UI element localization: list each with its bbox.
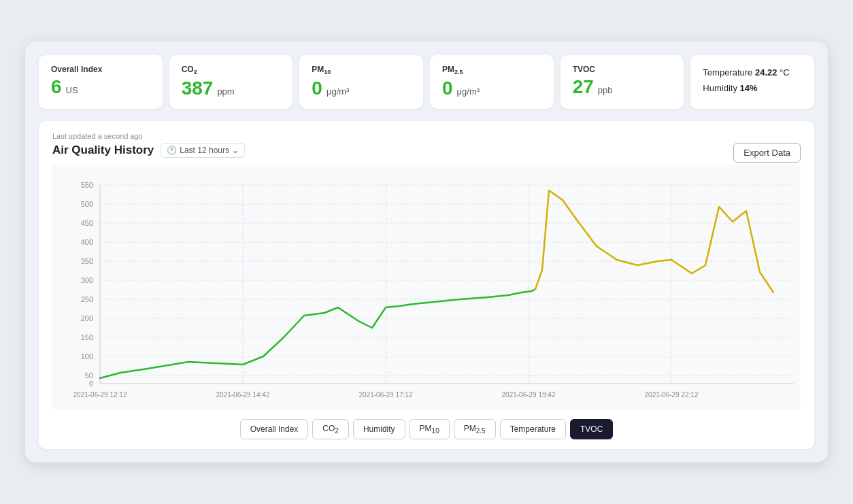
metric-value-tvoc: 27: [573, 77, 594, 98]
svg-text:2021-06-29 17:12: 2021-06-29 17:12: [359, 391, 413, 399]
metric-card-overall-index: Overall Index 6 US: [39, 55, 163, 109]
svg-text:0: 0: [89, 380, 93, 388]
time-range-select[interactable]: 🕐 Last 12 hours ⌄: [161, 143, 245, 158]
metric-card-pm25: PM2.5 0 μg/m³: [430, 55, 554, 109]
svg-text:300: 300: [81, 276, 93, 284]
svg-text:500: 500: [81, 200, 93, 208]
metric-unit-overall-index: US: [66, 85, 78, 95]
svg-text:400: 400: [81, 238, 93, 246]
svg-text:450: 450: [81, 219, 93, 227]
chart-title-row: Air Quality History 🕐 Last 12 hours ⌄: [52, 143, 245, 158]
svg-rect-0: [52, 165, 801, 409]
svg-text:200: 200: [81, 314, 93, 322]
metric-label-pm10: PM10: [312, 65, 411, 75]
temp-unit: °C: [777, 67, 790, 78]
svg-text:250: 250: [81, 295, 93, 303]
metric-label-pm25: PM2.5: [442, 65, 541, 75]
filter-btn-overall-index[interactable]: Overall Index: [240, 419, 309, 439]
export-button[interactable]: Export Data: [733, 143, 801, 163]
chart-header: Air Quality History 🕐 Last 12 hours ⌄ Ex…: [52, 143, 801, 163]
metric-unit-pm25: μg/m³: [457, 86, 480, 97]
metric-value-pm10: 0: [312, 78, 322, 99]
svg-text:50: 50: [85, 371, 93, 380]
metric-unit-tvoc: ppb: [598, 85, 613, 95]
filter-btn-pm10[interactable]: PM10: [409, 419, 450, 439]
clock-icon: 🕐: [167, 146, 177, 155]
svg-text:2021-06-29 14:42: 2021-06-29 14:42: [216, 391, 270, 399]
svg-text:150: 150: [81, 333, 93, 341]
filter-btn-pm25[interactable]: PM2.5: [454, 419, 496, 439]
metric-value-overall-index: 6: [51, 77, 62, 98]
humidity-label: Humidity: [703, 83, 739, 93]
metric-card-tvoc: TVOC 27 ppb: [561, 55, 684, 109]
time-range-label: Last 12 hours: [180, 146, 229, 155]
metrics-row: Overall Index 6 US CO2 387 ppm PM10 0 μg…: [39, 55, 814, 109]
metric-value-co2: 387: [182, 78, 214, 99]
temp-label: Temperature: [703, 67, 755, 78]
metric-unit-pm10: μg/m³: [327, 86, 350, 97]
metric-unit-co2: ppm: [217, 86, 234, 97]
svg-text:350: 350: [81, 257, 93, 265]
filter-btn-humidity[interactable]: Humidity: [353, 419, 405, 439]
metric-card-pm10: PM10 0 μg/m³: [299, 55, 423, 109]
humidity-value: 14%: [740, 83, 758, 93]
metric-label-co2: CO2: [182, 65, 281, 75]
temp-value: 24.22: [755, 67, 777, 78]
svg-text:100: 100: [81, 352, 93, 360]
metric-label-tvoc: TVOC: [573, 65, 672, 74]
filter-btn-tvoc[interactable]: TVOC: [570, 419, 613, 439]
svg-text:2021-06-29 12:12: 2021-06-29 12:12: [73, 391, 127, 399]
metric-value-pm25: 0: [442, 78, 453, 99]
metric-card-co2: CO2 387 ppm: [169, 55, 293, 109]
filter-row: Overall Index CO2 Humidity PM10 PM2.5 Te…: [52, 419, 801, 439]
chart-title: Air Quality History: [52, 144, 154, 157]
dashboard: Overall Index 6 US CO2 387 ppm PM10 0 μg…: [25, 41, 828, 463]
metric-card-temp-humidity: Temperature 24.22 °C Humidity 14%: [690, 55, 814, 109]
filter-btn-temperature[interactable]: Temperature: [500, 419, 566, 439]
svg-text:550: 550: [81, 181, 93, 189]
metric-label-overall-index: Overall Index: [51, 65, 150, 74]
chart-wrapper: 550 500 450 400 350 300 250 200 150 100 …: [52, 165, 801, 412]
svg-text:2021-06-29 22:12: 2021-06-29 22:12: [645, 391, 699, 399]
filter-btn-co2[interactable]: CO2: [312, 419, 349, 439]
tvoc-chart: 550 500 450 400 350 300 250 200 150 100 …: [52, 165, 801, 409]
chart-section: Last updated a second ago Air Quality Hi…: [39, 121, 814, 449]
chart-last-updated: Last updated a second ago: [52, 132, 801, 140]
svg-text:2021-06-29 19:42: 2021-06-29 19:42: [502, 391, 556, 399]
chevron-icon: ⌄: [232, 146, 239, 155]
